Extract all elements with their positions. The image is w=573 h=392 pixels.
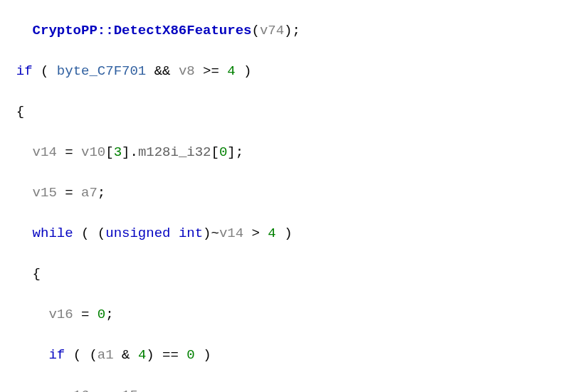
code-line: v15 = a7; bbox=[0, 183, 573, 203]
function-call: DetectX86Features bbox=[114, 23, 252, 38]
bitand-op: & bbox=[114, 347, 138, 363]
eqeq-op: == bbox=[154, 347, 187, 363]
keyword-while: while bbox=[33, 226, 73, 241]
code-line: CryptoPP::DetectX86Features(v74); bbox=[0, 21, 573, 41]
indent bbox=[0, 185, 33, 201]
keyword-if: if bbox=[16, 63, 33, 79]
open-brace: { bbox=[16, 104, 24, 120]
var-a7: a7 bbox=[81, 185, 98, 201]
indent bbox=[0, 307, 48, 322]
code-line: if ( byte_C7F701 && v8 >= 4 ) bbox=[0, 61, 573, 82]
literal-0: 0 bbox=[219, 144, 227, 160]
assign-op: = bbox=[57, 144, 81, 160]
lparen: ( bbox=[251, 23, 259, 38]
var-v15: v15 bbox=[33, 185, 57, 201]
indent bbox=[0, 104, 16, 120]
indent bbox=[0, 388, 65, 393]
code-line: while ( (unsigned int)~v14 > 4 ) bbox=[0, 223, 573, 244]
var-v8: v8 bbox=[179, 63, 195, 79]
member-m128: m128i_i32 bbox=[138, 144, 211, 160]
global-var: byte_C7F701 bbox=[57, 63, 146, 79]
var-a1: a1 bbox=[98, 347, 114, 363]
var-v16: v16 bbox=[48, 307, 73, 322]
indent bbox=[0, 347, 48, 363]
indent bbox=[0, 144, 33, 160]
namespace: CryptoPP bbox=[33, 23, 98, 38]
code-line: v16 = v15; bbox=[0, 386, 573, 393]
scope-op: :: bbox=[98, 23, 114, 38]
code-line: v14 = v10[3].m128i_i32[0]; bbox=[0, 142, 573, 163]
arg-v74: v74 bbox=[260, 23, 284, 38]
semicolon: ; bbox=[293, 23, 300, 38]
indent bbox=[0, 63, 16, 79]
code-line: if ( (a1 & 4) == 0 ) bbox=[0, 345, 573, 366]
literal-3: 3 bbox=[114, 144, 122, 160]
and-op: && bbox=[146, 63, 179, 79]
indent bbox=[0, 226, 33, 241]
var-v14: v14 bbox=[33, 144, 57, 160]
literal-4: 4 bbox=[227, 63, 235, 79]
geq-op: >= bbox=[195, 63, 228, 79]
type-int: int bbox=[179, 226, 203, 241]
var-v10: v10 bbox=[81, 144, 105, 160]
rparen: ) bbox=[284, 23, 292, 38]
code-line: v16 = 0; bbox=[0, 304, 573, 325]
code-viewer: CryptoPP::DetectX86Features(v74); if ( b… bbox=[0, 0, 573, 392]
indent bbox=[0, 266, 33, 282]
bitnot-op: ~ bbox=[211, 226, 219, 241]
type-unsigned: unsigned bbox=[105, 226, 170, 241]
code-line: { bbox=[0, 102, 573, 122]
code-line: { bbox=[0, 264, 573, 285]
indent bbox=[0, 23, 33, 38]
